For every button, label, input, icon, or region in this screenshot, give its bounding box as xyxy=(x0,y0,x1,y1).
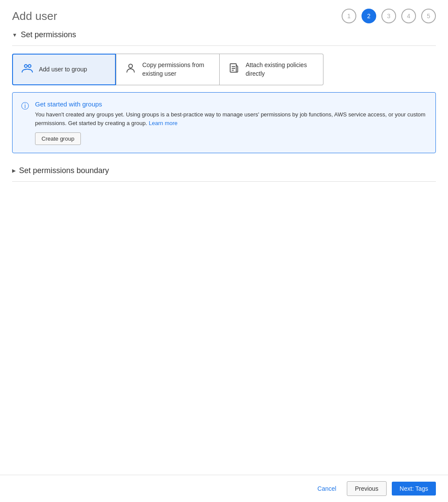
page-header: Add user 1 2 3 4 5 xyxy=(0,0,448,30)
step-1[interactable]: 1 xyxy=(342,9,356,23)
svg-point-2 xyxy=(129,64,133,68)
create-group-button[interactable]: Create group xyxy=(35,132,81,145)
permissions-toggle-icon[interactable]: ▼ xyxy=(12,32,17,38)
step-3[interactable]: 3 xyxy=(381,9,396,23)
next-button[interactable]: Next: Tags xyxy=(392,482,436,496)
svg-point-1 xyxy=(28,64,31,68)
info-box: ⓘ Get started with groups You haven't cr… xyxy=(12,92,436,153)
previous-button[interactable]: Previous xyxy=(347,481,387,496)
step-4[interactable]: 4 xyxy=(401,9,416,23)
card-attach-policies-label: Attach existing policiesdirectly xyxy=(246,61,307,78)
card-copy-permissions-label: Copy permissions fromexisting user xyxy=(142,61,204,78)
person-icon xyxy=(125,63,136,77)
boundary-header: ▶ Set permissions boundary xyxy=(12,166,436,175)
svg-point-0 xyxy=(25,64,28,68)
page-title: Add user xyxy=(12,10,57,23)
card-add-to-group[interactable]: Add user to group xyxy=(12,54,116,85)
boundary-title: Set permissions boundary xyxy=(19,166,109,175)
boundary-toggle-icon[interactable]: ▶ xyxy=(12,168,16,174)
card-copy-permissions[interactable]: Copy permissions fromexisting user xyxy=(116,54,220,85)
set-permissions-header: ▼ Set permissions xyxy=(12,30,436,39)
info-title: Get started with groups xyxy=(35,100,427,108)
page-footer: Cancel Previous Next: Tags xyxy=(0,475,448,502)
learn-more-link[interactable]: Learn more xyxy=(149,120,177,126)
step-2[interactable]: 2 xyxy=(362,9,376,23)
svg-rect-3 xyxy=(230,64,236,72)
boundary-divider xyxy=(12,181,436,182)
set-permissions-title: Set permissions xyxy=(21,30,76,39)
users-icon xyxy=(22,63,33,77)
step-5[interactable]: 5 xyxy=(421,9,436,23)
permission-cards: Add user to group Copy permissions frome… xyxy=(12,54,436,85)
card-add-to-group-label: Add user to group xyxy=(39,65,87,74)
info-text: You haven't created any groups yet. Usin… xyxy=(35,110,427,127)
info-content: Get started with groups You haven't crea… xyxy=(35,100,427,145)
document-icon xyxy=(228,63,240,77)
permissions-boundary-section: ▶ Set permissions boundary xyxy=(12,166,436,182)
permissions-divider xyxy=(12,45,436,46)
main-content: ▼ Set permissions Add user to group xyxy=(0,30,448,182)
info-icon: ⓘ xyxy=(21,101,29,111)
step-indicators: 1 2 3 4 5 xyxy=(342,9,436,23)
card-attach-policies[interactable]: Attach existing policiesdirectly xyxy=(220,54,323,85)
cancel-button[interactable]: Cancel xyxy=(312,482,342,496)
